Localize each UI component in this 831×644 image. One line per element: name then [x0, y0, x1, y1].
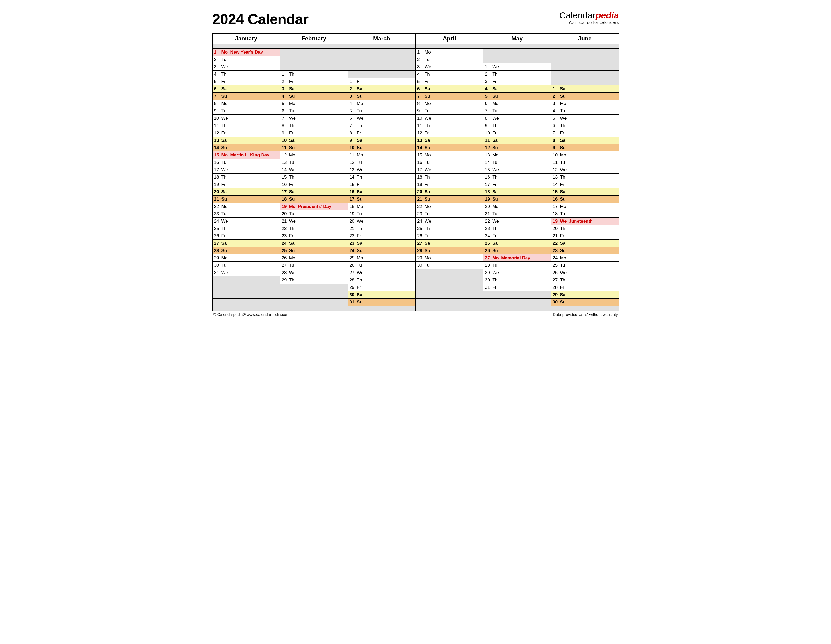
- day-of-week: Tu: [357, 263, 364, 268]
- day-number: 22: [417, 204, 423, 209]
- day-cell: 23Th: [483, 225, 551, 232]
- day-number: 5: [552, 116, 558, 121]
- day-of-week: Th: [425, 175, 432, 180]
- day-cell: 21Tu: [483, 210, 551, 218]
- day-cell: [348, 63, 416, 71]
- day-of-week: We: [221, 64, 229, 70]
- brand-part1: Calendar: [559, 10, 595, 20]
- holiday-label: Juneteenth: [569, 219, 617, 224]
- spacer-cell: [483, 306, 551, 311]
- day-number: 22: [552, 241, 558, 246]
- day-cell: 14Tu: [483, 159, 551, 166]
- month-header: January: [212, 33, 280, 44]
- day-cell: 23Tu: [416, 210, 483, 218]
- day-number: 15: [552, 189, 558, 194]
- day-of-week: We: [357, 116, 364, 121]
- day-cell: 10Mo: [551, 151, 619, 159]
- day-cell: 13Th: [551, 174, 619, 181]
- day-of-week: Su: [492, 248, 500, 253]
- day-cell: 16Fr: [280, 181, 348, 188]
- day-of-week: Su: [221, 94, 229, 99]
- day-of-week: We: [425, 219, 432, 224]
- day-cell: 7Th: [348, 122, 416, 129]
- calendar-row: 15MoMartin L. King Day12Mo11Mo15Mo13Mo10…: [212, 151, 619, 159]
- day-number: 17: [214, 167, 220, 172]
- day-number: 28: [350, 277, 355, 283]
- day-of-week: Sa: [560, 189, 567, 194]
- day-cell: 26Tu: [348, 262, 416, 269]
- day-of-week: Su: [560, 197, 567, 202]
- day-cell: 28Fr: [551, 284, 619, 291]
- day-of-week: Su: [289, 197, 296, 202]
- day-number: 14: [552, 182, 558, 187]
- day-number: 9: [214, 108, 220, 114]
- day-cell: [483, 298, 551, 306]
- day-number: 1: [350, 79, 355, 84]
- day-number: 11: [552, 160, 558, 165]
- day-number: 14: [214, 145, 220, 150]
- day-of-week: Tu: [425, 263, 432, 268]
- day-number: 13: [214, 138, 220, 143]
- day-number: 21: [282, 219, 288, 224]
- day-of-week: Fr: [425, 79, 432, 84]
- day-number: 12: [552, 167, 558, 172]
- day-cell: 4Th: [416, 71, 483, 78]
- day-number: 8: [552, 138, 558, 143]
- day-number: 27: [485, 255, 491, 261]
- day-number: 24: [417, 219, 423, 224]
- day-of-week: We: [492, 219, 500, 224]
- day-number: 7: [214, 94, 220, 99]
- day-cell: 24Mo: [551, 254, 619, 262]
- day-cell: 19MoPresidents' Day: [280, 203, 348, 210]
- day-cell: 16Sa: [348, 188, 416, 196]
- day-number: 6: [485, 101, 491, 106]
- day-of-week: Th: [425, 226, 432, 231]
- day-number: 27: [417, 241, 423, 246]
- day-number: 23: [214, 211, 220, 217]
- day-number: 8: [350, 131, 355, 136]
- spacer-cell: [348, 44, 416, 49]
- day-of-week: Tu: [221, 211, 229, 217]
- day-cell: 12Mo: [280, 151, 348, 159]
- day-of-week: Su: [560, 300, 567, 305]
- day-cell: 5Tu: [348, 107, 416, 115]
- footer-disclaimer: Data provided 'as is' without warranty: [553, 312, 618, 317]
- day-number: 13: [417, 138, 423, 143]
- day-of-week: Tu: [492, 263, 500, 268]
- day-cell: 13Tu: [280, 159, 348, 166]
- day-number: 21: [485, 211, 491, 217]
- day-cell: 25Th: [212, 225, 280, 232]
- day-of-week: We: [357, 270, 364, 276]
- day-of-week: Sa: [221, 241, 229, 246]
- day-cell: 17Fr: [483, 181, 551, 188]
- day-number: 6: [350, 116, 355, 121]
- day-number: 3: [552, 101, 558, 106]
- day-number: 19: [485, 197, 491, 202]
- day-number: 2: [552, 94, 558, 99]
- day-cell: [551, 56, 619, 63]
- day-number: 10: [417, 116, 423, 121]
- day-cell: 9Tu: [416, 107, 483, 115]
- day-of-week: Tu: [492, 160, 500, 165]
- day-cell: 14Th: [348, 174, 416, 181]
- day-cell: 20Tu: [280, 210, 348, 218]
- day-of-week: We: [425, 64, 432, 70]
- day-number: 26: [282, 255, 288, 261]
- day-cell: 20Mo: [483, 203, 551, 210]
- day-cell: 24Sa: [280, 240, 348, 247]
- day-number: 23: [282, 233, 288, 239]
- day-number: 27: [282, 263, 288, 268]
- day-of-week: Su: [289, 248, 296, 253]
- holiday-label: Presidents' Day: [298, 204, 346, 209]
- day-cell: 6Mo: [483, 100, 551, 107]
- spacer-cell: [348, 306, 416, 311]
- day-number: 18: [417, 175, 423, 180]
- day-of-week: Fr: [357, 182, 364, 187]
- day-cell: 8Fr: [348, 129, 416, 137]
- day-number: 10: [485, 131, 491, 136]
- day-of-week: Th: [357, 175, 364, 180]
- day-number: 28: [214, 248, 220, 253]
- day-cell: 12Tu: [348, 159, 416, 166]
- calendar-row: 4Th1Th4Th2Th: [212, 71, 619, 78]
- day-cell: 5Su: [483, 92, 551, 100]
